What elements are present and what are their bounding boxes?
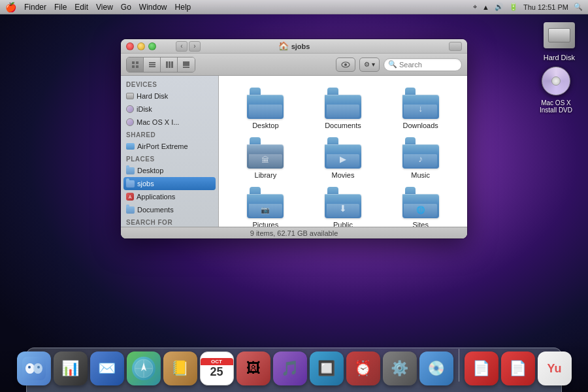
minimize-button[interactable] [137,42,145,50]
sidebar-harddisk-label: Hard Disk [137,92,168,100]
menu-view[interactable]: View [96,3,113,12]
sidebar-item-applications[interactable]: A Applications [121,190,218,203]
view-list-btn[interactable] [144,57,161,72]
desktop-icon-harddisk[interactable]: Hard Disk [544,20,575,61]
file-item-music[interactable]: ♪ Music [399,133,443,183]
svg-rect-8 [169,61,171,68]
sidebar-item-documents[interactable]: Documents [121,203,218,216]
hard-disk-label: Hard Disk [544,54,575,61]
menu-finder[interactable]: Finder [24,3,46,12]
sidebar-applications-label: Applications [137,193,175,201]
svg-rect-6 [149,66,155,67]
menubar: 🍎 Finder File Edit View Go Window Help ⌖… [0,0,588,14]
yuucn-icon: Yu [538,351,572,385]
back-button[interactable]: ‹ [176,41,188,52]
titlebar: ‹ › 🏠 sjobs [121,39,467,54]
view-col-btn[interactable] [161,57,178,72]
file-item-sites[interactable]: 🌐 Sites [399,183,443,227]
window-title-icon: 🏠 [278,41,289,51]
dock-items: 📊 ✉️ [10,349,578,389]
sidebar-item-harddisk[interactable]: Hard Disk [121,90,218,103]
folder-icon-sites: 🌐 [402,187,439,218]
dvd-icon [540,65,572,97]
search-box[interactable]: 🔍 [384,58,462,71]
iphoto-icon: 🖼 [237,351,270,385]
svg-rect-7 [166,61,168,68]
quick-look-button[interactable] [336,57,355,72]
svg-rect-0 [132,61,135,64]
dock-item-dvdplayer[interactable]: 💿 [419,351,453,385]
maximize-button[interactable] [148,42,156,50]
folder-icon-desktop [247,88,284,119]
file-label-music: Music [411,171,430,179]
action-button[interactable]: ⚙ ▾ [359,57,380,72]
dvdplayer-icon: 💿 [419,351,453,385]
desktop-icon-dvd[interactable]: Mac OS X Install DVD [533,65,579,114]
dock-item-yuucn[interactable]: Yu [538,351,572,385]
dock-item-pdf1[interactable]: 📄 [465,351,498,385]
dock-item-pdf2[interactable]: 📄 [501,351,535,385]
menu-help[interactable]: Help [175,3,191,12]
close-button[interactable] [126,42,134,50]
menu-file[interactable]: File [54,3,67,12]
mail-icon: ✉️ [90,351,124,385]
sidebar-desktop-label: Desktop [137,167,163,174]
apple-menu[interactable]: 🍎 [5,2,16,12]
dvd-label: Mac OS X Install DVD [533,99,579,114]
window-title: 🏠 sjobs [278,41,310,51]
sidebar-item-airport[interactable]: AirPort Extreme [121,140,218,153]
idisk-icon [126,105,134,113]
finder-window: ‹ › 🏠 sjobs [121,39,467,238]
view-cover-btn[interactable] [178,57,195,72]
dock-item-finder[interactable] [17,351,51,385]
file-item-pictures[interactable]: 📷 Pictures [243,183,287,227]
file-item-downloads[interactable]: ↓ Downloads [399,84,443,133]
sidebar-item-idisk[interactable]: iDisk [121,103,218,116]
desktop: 🍎 Finder File Edit View Go Window Help ⌖… [0,0,588,392]
safari-icon [127,351,161,385]
syspref-icon: ⚙️ [383,351,417,385]
search-icon[interactable]: 🔍 [574,3,583,11]
dock-item-iphoto[interactable]: 🖼 [237,351,270,385]
dock-item-addressbook[interactable]: 📒 [163,351,197,385]
desktop-folder-icon [126,167,135,174]
file-item-documents[interactable]: Documents [321,84,365,133]
view-icon-btn[interactable] [127,57,144,72]
forward-button[interactable]: › [189,41,201,52]
folder-icon-public: ⬇ [325,187,361,218]
file-label-pictures: Pictures [252,221,278,227]
file-label-movies: Movies [332,171,355,179]
sidebar-sjobs-label: sjobs [137,180,154,188]
sidebar-section-search: SEARCH FOR [121,216,218,227]
svg-rect-9 [171,61,173,68]
statusbar: 9 items, 62.71 GB available [121,227,467,238]
zoom-button[interactable] [449,42,462,51]
menu-window[interactable]: Window [139,3,167,12]
applications-icon: A [126,193,134,201]
menu-go[interactable]: Go [121,3,131,12]
ical-icon: OCT 25 [200,351,234,385]
dock-item-spaces[interactable]: 🔲 [310,351,344,385]
dock-item-itunes[interactable]: 🎵 [273,351,307,385]
file-item-public[interactable]: ⬇ Public [321,183,365,227]
dock-item-ical[interactable]: OCT 25 [200,351,234,385]
dock-item-syspref[interactable]: ⚙️ [383,351,417,385]
dock-item-timemachine[interactable]: ⏰ [346,351,380,385]
dock-item-mail[interactable]: ✉️ [90,351,124,385]
dock-item-activity[interactable]: 📊 [54,351,88,385]
file-item-library[interactable]: 🏛 Library [243,133,287,183]
sidebar-item-dvd[interactable]: Mac OS X I... [121,116,218,129]
menu-edit[interactable]: Edit [74,3,88,12]
file-item-movies[interactable]: ▶ Movies [321,133,365,183]
sidebar-item-sjobs[interactable]: sjobs [123,177,216,190]
sidebar-dvd-label: Mac OS X I... [137,118,179,126]
content-area: DEVICES Hard Disk iDisk Mac OS X I... SH… [121,76,467,227]
file-item-desktop[interactable]: Desktop [243,84,287,133]
nav-buttons: ‹ › [176,41,201,52]
sidebar: DEVICES Hard Disk iDisk Mac OS X I... SH… [121,76,219,227]
dock-item-safari[interactable] [127,351,161,385]
file-label-sites: Sites [412,221,428,227]
sidebar-item-desktop[interactable]: Desktop [121,164,218,177]
svg-rect-1 [136,61,139,64]
search-input[interactable] [399,61,451,69]
